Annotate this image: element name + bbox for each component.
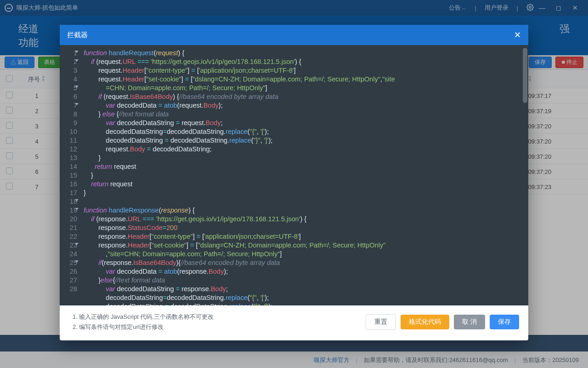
modal-tip-1: 1. 输入正确的 JavaScript 代码,三个函数名称不可更改 (73, 312, 214, 322)
modal-save-button[interactable]: 保存 (490, 315, 519, 329)
format-button[interactable]: 格式化代码 (401, 315, 449, 329)
cancel-button[interactable]: 取 消 (454, 315, 485, 329)
reset-button[interactable]: 重置 (366, 314, 396, 330)
interceptor-modal: 拦截器 ✕ 1234567891011121314151617181920212… (60, 25, 528, 340)
modal-close-button[interactable]: ✕ (514, 30, 521, 40)
code-editor[interactable]: 1234567891011121314151617181920212223242… (60, 45, 528, 305)
editor-scrollbar[interactable] (523, 48, 527, 103)
modal-tip-2: 2. 编写条件语句对指定url进行修改 (73, 322, 214, 332)
modal-title: 拦截器 (67, 31, 88, 40)
modal-overlay: 拦截器 ✕ 1234567891011121314151617181920212… (0, 0, 588, 368)
